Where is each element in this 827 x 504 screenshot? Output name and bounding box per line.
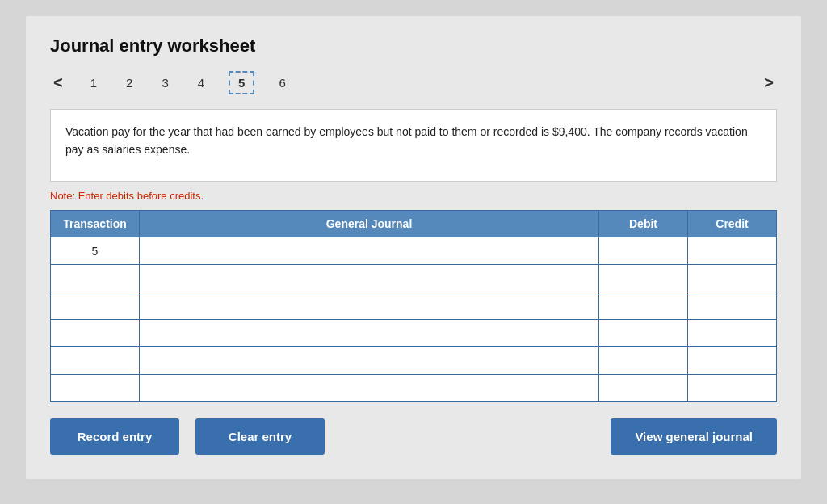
debit-input-0[interactable] <box>599 237 687 264</box>
nav-bar: < 1 2 3 4 5 6 > <box>50 71 777 94</box>
credit-input-cell-1[interactable] <box>688 265 777 292</box>
credit-input-cell-5[interactable] <box>688 375 777 402</box>
credit-input-cell-2[interactable] <box>688 292 777 320</box>
debit-input-cell-3[interactable] <box>599 320 688 347</box>
credit-input-cell-3[interactable] <box>688 320 777 347</box>
journal-input-5[interactable] <box>140 375 598 401</box>
table-row <box>51 320 777 347</box>
header-transaction: Transaction <box>51 211 140 237</box>
record-entry-button[interactable]: Record entry <box>50 418 179 455</box>
table-row <box>51 375 777 402</box>
debit-input-2[interactable] <box>599 292 687 319</box>
credit-input-2[interactable] <box>688 292 776 319</box>
transaction-cell-1 <box>51 265 140 292</box>
nav-item-1[interactable]: 1 <box>86 74 102 91</box>
debit-input-4[interactable] <box>599 347 687 374</box>
journal-input-cell-5[interactable] <box>140 375 599 402</box>
table-row: 5 <box>51 237 777 265</box>
credit-input-5[interactable] <box>688 375 776 401</box>
journal-input-3[interactable] <box>140 320 598 346</box>
table-row <box>51 265 777 292</box>
transaction-cell-5 <box>51 375 140 402</box>
nav-item-3[interactable]: 3 <box>157 74 173 91</box>
credit-input-cell-4[interactable] <box>688 347 777 375</box>
transaction-cell-4 <box>51 347 140 375</box>
nav-item-4[interactable]: 4 <box>193 74 209 91</box>
header-debit: Debit <box>599 211 688 237</box>
page-title: Journal entry worksheet <box>50 36 777 57</box>
credit-input-1[interactable] <box>688 265 776 292</box>
journal-input-cell-3[interactable] <box>140 320 599 347</box>
main-container: Journal entry worksheet < 1 2 3 4 5 6 > … <box>26 16 801 479</box>
transaction-cell-2 <box>51 292 140 320</box>
description-box: Vacation pay for the year that had been … <box>50 109 777 182</box>
next-arrow[interactable]: > <box>761 74 777 92</box>
note-text: Note: Enter debits before credits. <box>50 190 777 202</box>
credit-input-4[interactable] <box>688 347 776 374</box>
nav-item-6[interactable]: 6 <box>274 74 290 91</box>
debit-input-cell-4[interactable] <box>599 347 688 375</box>
clear-entry-button[interactable]: Clear entry <box>195 418 325 455</box>
journal-input-0[interactable] <box>140 237 598 264</box>
transaction-cell-3 <box>51 320 140 347</box>
header-credit: Credit <box>688 211 777 237</box>
transaction-cell-0: 5 <box>51 237 140 265</box>
journal-input-4[interactable] <box>140 347 598 374</box>
debit-input-3[interactable] <box>599 320 687 346</box>
debit-input-cell-1[interactable] <box>599 265 688 292</box>
nav-item-5-active[interactable]: 5 <box>229 71 254 94</box>
journal-input-cell-0[interactable] <box>140 237 599 265</box>
table-row <box>51 347 777 375</box>
debit-input-cell-2[interactable] <box>599 292 688 320</box>
header-general-journal: General Journal <box>140 211 599 237</box>
debit-input-5[interactable] <box>599 375 687 401</box>
journal-table: Transaction General Journal Debit Credit… <box>50 210 777 402</box>
credit-input-cell-0[interactable] <box>688 237 777 265</box>
journal-input-cell-2[interactable] <box>140 292 599 320</box>
debit-input-cell-0[interactable] <box>599 237 688 265</box>
debit-input-1[interactable] <box>599 265 687 292</box>
description-text: Vacation pay for the year that had been … <box>65 125 748 156</box>
credit-input-3[interactable] <box>688 320 776 346</box>
debit-input-cell-5[interactable] <box>599 375 688 402</box>
table-row <box>51 292 777 320</box>
journal-input-cell-4[interactable] <box>140 347 599 375</box>
journal-input-1[interactable] <box>140 265 598 292</box>
journal-input-2[interactable] <box>140 292 598 319</box>
nav-item-2[interactable]: 2 <box>121 74 137 91</box>
buttons-row: Record entry Clear entry View general jo… <box>50 418 777 455</box>
journal-input-cell-1[interactable] <box>140 265 599 292</box>
prev-arrow[interactable]: < <box>50 74 66 92</box>
view-general-journal-button[interactable]: View general journal <box>611 418 777 455</box>
credit-input-0[interactable] <box>688 237 776 264</box>
